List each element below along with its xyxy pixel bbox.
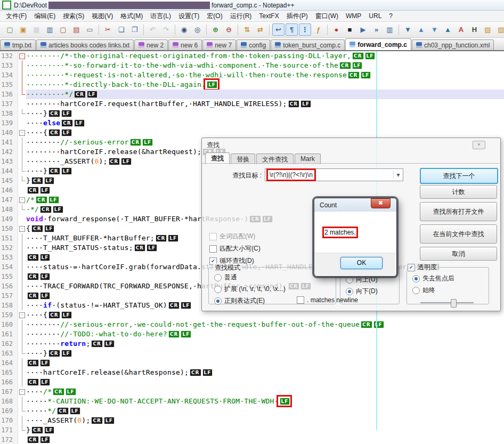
find-dialog-tab-查找[interactable]: 查找 [205, 152, 230, 164]
tab-new-6[interactable]: new 6 [168, 39, 202, 50]
menu-item-10[interactable]: TextFX [255, 11, 282, 21]
close-file-icon[interactable]: ▢ [57, 23, 69, 36]
code-text[interactable]: ····_ASSERT(0);CRLF [26, 416, 504, 425]
collapse-level-icon[interactable]: ▲ [415, 23, 427, 36]
code-text[interactable]: ········/*·the·original·request·originat… [26, 51, 504, 61]
code-text[interactable]: ·········*/CRLF [26, 90, 504, 99]
code-text[interactable]: CRLF [26, 435, 504, 444]
transparency-radio-2[interactable]: 始终 [412, 286, 489, 295]
fold-margin[interactable] [18, 61, 26, 70]
fold-collapse-icon[interactable]: - [19, 226, 25, 232]
code-text[interactable]: ········return;CRLF [26, 339, 504, 349]
code-text[interactable]: ····}CRLF [26, 109, 504, 118]
find-dialog-tab-Mark[interactable]: Mark [295, 154, 321, 164]
show-all-characters-icon[interactable]: ¶ [286, 23, 298, 36]
menu-item-3[interactable]: 搜索(S) [59, 11, 88, 22]
transparency-checkbox[interactable]: ✔ 透明度 [407, 263, 438, 272]
fold-margin[interactable] [18, 253, 26, 262]
find-dialog-close-icon[interactable]: × [473, 141, 485, 149]
expand-level-icon[interactable]: ▼ [428, 23, 441, 36]
word-wrap-icon[interactable]: ↩ [272, 23, 284, 36]
fold-collapse-icon[interactable]: - [19, 130, 25, 136]
fold-margin[interactable] [18, 262, 26, 272]
code-text[interactable]: }CRLF [26, 425, 504, 435]
function-hint-icon[interactable]: ƒ [312, 23, 324, 36]
fold-margin[interactable] [18, 272, 26, 281]
code-text[interactable]: ····/*CRLF [26, 387, 504, 397]
cut-icon[interactable]: ✂ [102, 23, 114, 36]
fold-margin[interactable] [18, 243, 26, 253]
fold-all-icon[interactable]: ▼ [402, 23, 414, 36]
macro-run-multiple-icon[interactable]: » [370, 23, 383, 36]
fold-margin[interactable] [18, 349, 26, 358]
load-session-icon[interactable]: ▨ [482, 23, 494, 36]
code-text[interactable]: ····}CRLF [26, 349, 504, 358]
ok-button[interactable]: OK [340, 257, 383, 269]
menu-item-4[interactable]: 视图(V) [88, 11, 117, 22]
transparency-radio-1[interactable]: 失去焦点后 [412, 274, 489, 283]
menu-item-14[interactable]: URL [365, 11, 385, 21]
menu-item-12[interactable]: 窗口(W) [312, 11, 342, 22]
fold-margin[interactable] [18, 118, 26, 128]
indent-guide-icon[interactable]: ⋮ [299, 23, 311, 36]
fold-margin[interactable] [18, 205, 26, 214]
fold-margin[interactable] [18, 339, 26, 349]
code-text[interactable]: ····hartCoreIF.release(&hartResponse);CR… [26, 368, 504, 377]
code-text[interactable]: ·········*·so·forward·it·to·the·wdh·via·… [26, 61, 504, 70]
code-text[interactable]: ····elseCRLF [26, 118, 504, 128]
menu-item-9[interactable]: 运行(R) [226, 11, 256, 22]
menu-item-8[interactable]: 宏(O) [203, 11, 226, 22]
fold-margin[interactable] [18, 70, 26, 80]
menu-item-15[interactable]: ? [385, 11, 396, 21]
count-button[interactable]: 计数 [420, 185, 497, 199]
transparency-slider[interactable] [420, 299, 474, 306]
fold-margin[interactable] [18, 157, 26, 166]
fold-margin[interactable]: - [18, 224, 26, 233]
menu-item-13[interactable]: WMP [342, 11, 365, 21]
macro-record-icon[interactable]: ● [330, 23, 343, 36]
fold-margin[interactable] [18, 90, 26, 99]
fold-collapse-icon[interactable]: - [19, 312, 25, 318]
zoom-out-icon[interactable]: ⊖ [223, 23, 235, 36]
fold-margin[interactable] [18, 397, 26, 406]
macro-stop-icon[interactable]: ■ [344, 23, 356, 36]
macro-save-icon[interactable]: ▥ [384, 23, 396, 36]
cancel-button[interactable]: 取消 [420, 247, 497, 261]
match-case-checkbox[interactable]: 匹配大小写(C) [209, 244, 261, 253]
fold-margin[interactable] [18, 147, 26, 157]
fold-margin[interactable] [18, 176, 26, 185]
fold-margin[interactable] [18, 425, 26, 435]
print-icon[interactable]: ▭ [84, 23, 96, 36]
fold-margin[interactable] [18, 166, 26, 176]
close-all-icon[interactable]: ▤ [70, 23, 83, 36]
save-all-icon[interactable]: ▥ [44, 23, 56, 36]
code-text[interactable]: ·········*·request·is·not·altered,·so·th… [26, 70, 504, 80]
tab-forward-comp-c[interactable]: forward_comp.c [345, 38, 411, 50]
menu-item-2[interactable]: 编辑(E) [30, 11, 59, 22]
code-text[interactable]: CRLF [26, 358, 504, 368]
fold-margin[interactable] [18, 435, 26, 444]
code-text[interactable]: ·····*/CRLF [26, 406, 504, 416]
new-file-icon[interactable]: ▢ [4, 23, 16, 36]
fold-margin[interactable] [18, 214, 26, 224]
tab-ch03-npp-function-xml[interactable]: ch03_npp_function.xml [412, 39, 494, 50]
find-next-button[interactable]: 查找下一个 [420, 168, 498, 184]
fold-margin[interactable] [18, 281, 26, 291]
open-file-icon[interactable]: ▣ [17, 23, 29, 36]
menu-item-11[interactable]: 插件(P) [283, 11, 312, 22]
combo-dropdown-icon[interactable]: ▾ [393, 171, 403, 179]
find-dialog-tab-文件查找[interactable]: 文件查找 [256, 154, 294, 164]
fold-margin[interactable] [18, 368, 26, 377]
slider-thumb[interactable] [451, 299, 457, 308]
replace-icon[interactable]: ◎ [191, 23, 204, 36]
fold-margin[interactable] [18, 109, 26, 118]
fold-margin[interactable]: - [18, 51, 26, 61]
count-dialog-close-icon[interactable]: ✖ [371, 198, 391, 208]
tab-new-2[interactable]: new 2 [134, 39, 168, 50]
code-text[interactable]: ·····*·CAUTION:·WE·DO·NOT·ACCEPT·ANY·REQ… [26, 397, 504, 406]
find-all-current-file-button[interactable]: 在当前文件中查找 [420, 224, 497, 244]
fold-margin[interactable]: - [18, 195, 26, 205]
sync-vertical-icon[interactable]: ⇅ [241, 23, 253, 36]
fold-margin[interactable]: - [18, 387, 26, 397]
fold-margin[interactable] [18, 416, 26, 425]
